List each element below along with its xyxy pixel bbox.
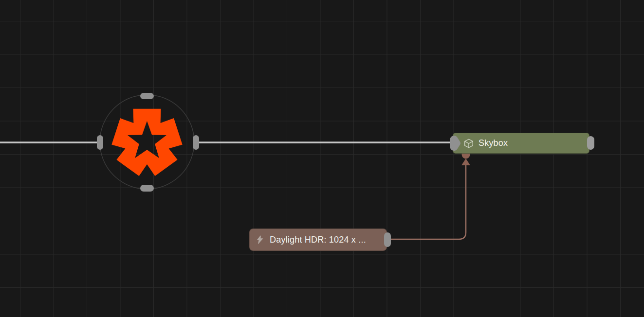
logo-port-left[interactable]	[97, 135, 103, 150]
edge-daylight-to-skybox[interactable]	[391, 164, 466, 239]
edge-arrowhead-icon	[461, 158, 470, 165]
skybox-node-label: Skybox	[478, 138, 508, 148]
star-pentagon-logo-icon[interactable]	[111, 109, 182, 176]
logo-port-top[interactable]	[140, 93, 154, 99]
logo-port-right[interactable]	[193, 135, 199, 150]
lightning-icon	[255, 234, 265, 245]
box-3d-icon	[463, 138, 474, 149]
skybox-input-handle[interactable]	[449, 135, 461, 152]
skybox-output-handle[interactable]	[587, 136, 594, 150]
node-editor-canvas[interactable]: Skybox Daylight HDR: 1024 x ...	[0, 0, 644, 317]
daylight-hdr-node[interactable]: Daylight HDR: 1024 x ...	[249, 229, 387, 251]
daylight-hdr-node-label: Daylight HDR: 1024 x ...	[270, 235, 366, 245]
skybox-node[interactable]: Skybox	[453, 133, 589, 154]
daylight-output-handle[interactable]	[384, 232, 391, 247]
wire-layer	[0, 0, 644, 317]
logo-port-bottom[interactable]	[140, 185, 154, 192]
